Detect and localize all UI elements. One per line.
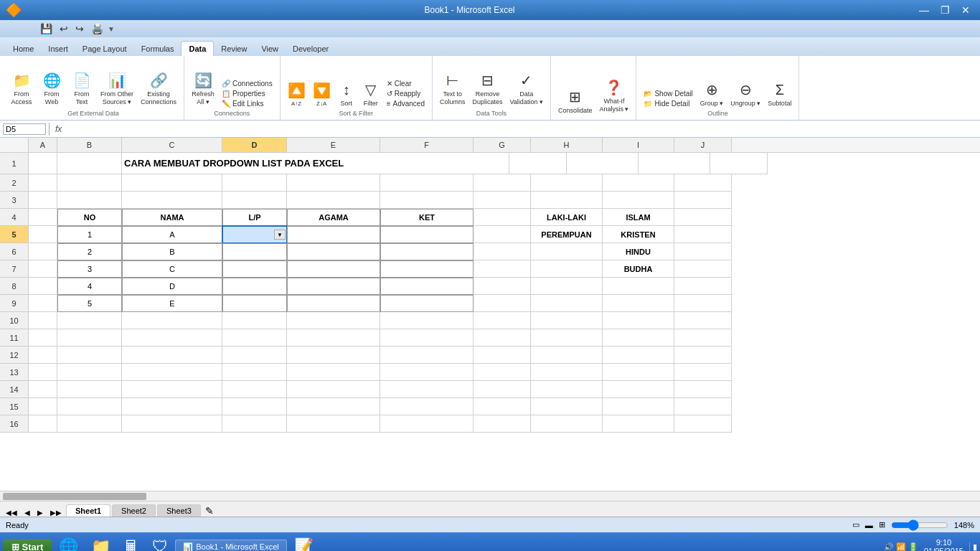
row-header-14[interactable]: 14 <box>0 381 29 398</box>
consolidate-button[interactable]: ⊞ Consolidate <box>555 68 595 116</box>
cell-i13[interactable] <box>603 364 674 381</box>
cell-a13[interactable] <box>29 364 57 381</box>
cell-h9[interactable] <box>531 295 603 312</box>
cell-g9[interactable] <box>473 295 531 312</box>
cell-b12[interactable] <box>57 347 122 364</box>
cell-c6[interactable]: B <box>122 243 222 260</box>
remove-duplicates-button[interactable]: ⊟ RemoveDuplicates <box>470 61 506 108</box>
cell-i3[interactable] <box>603 192 674 209</box>
cell-a7[interactable] <box>29 260 57 278</box>
cell-b11[interactable] <box>57 329 122 347</box>
cell-j1[interactable] <box>710 153 768 174</box>
insert-sheet-button[interactable]: ✎ <box>202 505 214 517</box>
status-icon-normal[interactable]: ▭ <box>852 520 859 529</box>
cell-d15[interactable] <box>222 398 287 415</box>
tab-developer[interactable]: Developer <box>286 42 336 56</box>
col-header-h[interactable]: H <box>531 138 603 152</box>
col-header-c[interactable]: C <box>122 138 222 152</box>
cell-c13[interactable] <box>122 364 222 381</box>
cell-d7[interactable] <box>222 260 287 278</box>
cell-j10[interactable] <box>674 312 732 329</box>
row-header-11[interactable]: 11 <box>0 329 29 347</box>
cell-i15[interactable] <box>603 398 674 415</box>
cell-e10[interactable] <box>287 312 380 329</box>
cell-b15[interactable] <box>57 398 122 415</box>
cell-j2[interactable] <box>674 174 732 192</box>
cell-g15[interactable] <box>473 398 531 415</box>
redo-qat-button[interactable]: ↪ <box>72 22 87 36</box>
cell-j5[interactable] <box>674 226 732 243</box>
cell-i7[interactable]: BUDHA <box>603 260 674 278</box>
row-header-5[interactable]: 5 <box>0 226 29 243</box>
cell-h8[interactable] <box>531 278 603 295</box>
tab-formulas[interactable]: Formulas <box>134 42 182 56</box>
cell-f16[interactable] <box>380 415 473 433</box>
cell-i14[interactable] <box>603 381 674 398</box>
cell-e2[interactable] <box>287 174 380 192</box>
cell-a4[interactable] <box>29 209 57 226</box>
cell-h6[interactable] <box>531 243 603 260</box>
cell-b2[interactable] <box>57 174 122 192</box>
col-header-a[interactable]: A <box>29 138 57 152</box>
cell-g4[interactable] <box>473 209 531 226</box>
cell-f5[interactable] <box>380 226 473 243</box>
cell-f15[interactable] <box>380 398 473 415</box>
row-header-2[interactable]: 2 <box>0 174 29 192</box>
cell-g5[interactable] <box>473 226 531 243</box>
cell-h2[interactable] <box>531 174 603 192</box>
cell-d14[interactable] <box>222 381 287 398</box>
cell-i9[interactable] <box>603 295 674 312</box>
row-header-8[interactable]: 8 <box>0 278 29 295</box>
horizontal-scrollbar[interactable] <box>0 491 980 501</box>
cell-e13[interactable] <box>287 364 380 381</box>
status-icon-page[interactable]: ⊞ <box>879 520 885 529</box>
cell-c16[interactable] <box>122 415 222 433</box>
cell-i16[interactable] <box>603 415 674 433</box>
cell-c1[interactable]: CARA MEMBUAT DROPDOWN LIST PADA EXCEL <box>122 153 509 174</box>
cell-i1[interactable] <box>639 153 710 174</box>
cell-i2[interactable] <box>603 174 674 192</box>
calculator-button[interactable]: 🖩 <box>118 534 145 551</box>
cell-f9[interactable] <box>380 295 473 312</box>
cell-b9[interactable]: 5 <box>57 295 122 312</box>
cell-f7[interactable] <box>380 260 473 278</box>
cell-reference-input[interactable]: D5 <box>3 123 46 135</box>
cell-f11[interactable] <box>380 329 473 347</box>
cell-h13[interactable] <box>531 364 603 381</box>
refresh-all-button[interactable]: 🔄 RefreshAll ▾ <box>189 61 217 108</box>
sort-desc-button[interactable]: 🔽 Z↓A <box>310 61 334 108</box>
cell-b6[interactable]: 2 <box>57 243 122 260</box>
cell-b8[interactable]: 4 <box>57 278 122 295</box>
cell-a6[interactable] <box>29 243 57 260</box>
cell-j6[interactable] <box>674 243 732 260</box>
cell-f2[interactable] <box>380 174 473 192</box>
row-header-9[interactable]: 9 <box>0 295 29 312</box>
cell-c5[interactable]: A <box>122 226 222 243</box>
cell-b13[interactable] <box>57 364 122 381</box>
cell-d16[interactable] <box>222 415 287 433</box>
cell-g7[interactable] <box>473 260 531 278</box>
cell-g8[interactable] <box>473 278 531 295</box>
text-to-columns-button[interactable]: ⊢ Text toColumns <box>437 61 468 108</box>
properties-button[interactable]: 📋 Properties <box>219 89 275 98</box>
cell-c14[interactable] <box>122 381 222 398</box>
tab-data[interactable]: Data <box>181 41 214 56</box>
dropdown-arrow[interactable]: ▼ <box>274 230 286 240</box>
sort-button[interactable]: ↕️ Sort <box>335 61 358 108</box>
cell-d13[interactable] <box>222 364 287 381</box>
cell-g12[interactable] <box>473 347 531 364</box>
cell-e5[interactable] <box>287 226 380 243</box>
col-header-b[interactable]: B <box>57 138 122 152</box>
cell-f13[interactable] <box>380 364 473 381</box>
cell-h12[interactable] <box>531 347 603 364</box>
cell-a2[interactable] <box>29 174 57 192</box>
zoom-slider[interactable] <box>891 519 948 531</box>
cell-f8[interactable] <box>380 278 473 295</box>
cell-h11[interactable] <box>531 329 603 347</box>
cell-e6[interactable] <box>287 243 380 260</box>
cell-c4[interactable]: NAMA <box>122 209 222 226</box>
undo-qat-button[interactable]: ↩ <box>57 22 71 36</box>
cell-e16[interactable] <box>287 415 380 433</box>
from-text-button[interactable]: 📄 FromText <box>67 61 96 108</box>
cell-j8[interactable] <box>674 278 732 295</box>
